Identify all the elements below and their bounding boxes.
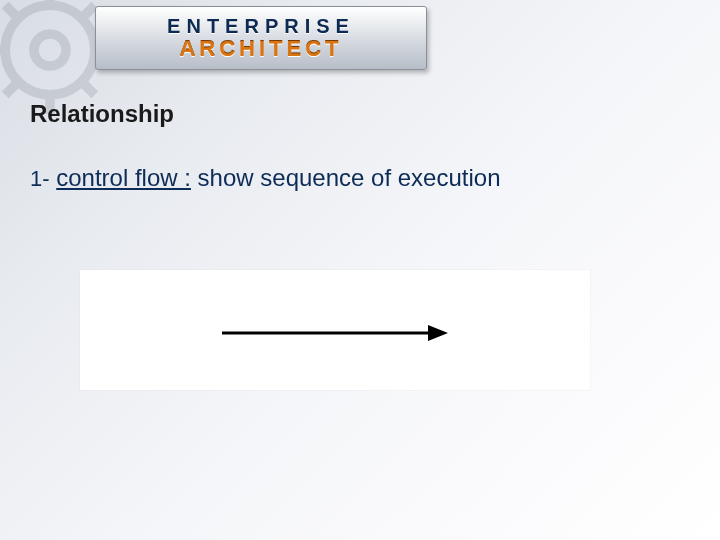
section-heading: Relationship	[30, 100, 174, 128]
arrow-icon	[220, 318, 450, 348]
bullet-number: 1-	[30, 166, 50, 191]
bullet-term: control flow :	[56, 164, 191, 191]
svg-point-0	[5, 5, 95, 95]
logo-text-top: ENTERPRISE	[167, 16, 355, 36]
slide: ENTERPRISE ARCHITECT Relationship 1- con…	[0, 0, 720, 540]
bullet-line: 1- control flow : show sequence of execu…	[30, 164, 501, 192]
logo-text-bottom: ARCHITECT	[179, 38, 342, 60]
arrow-illustration	[80, 270, 590, 390]
logo-banner: ENTERPRISE ARCHITECT	[95, 6, 427, 70]
bullet-description: show sequence of execution	[191, 164, 501, 191]
svg-point-1	[34, 34, 66, 66]
svg-marker-3	[428, 325, 448, 341]
